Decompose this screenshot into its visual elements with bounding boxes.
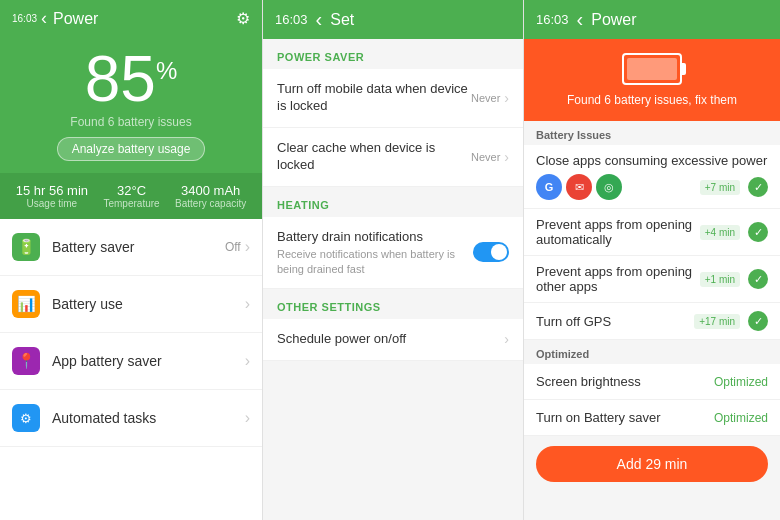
battery-issues-text: Found 6 battery issues [70,115,191,129]
menu-item-app-battery-saver[interactable]: 📍 App battery saver › [0,333,262,390]
power-menu: 🔋 Battery saver Off › 📊 Battery use › 📍 … [0,219,262,520]
chevron-mobile-data: › [504,90,509,106]
chevron-clear-cache: › [504,149,509,165]
time-3: 16:03 [536,12,569,27]
stat-temp: 32°C Temperature [103,183,159,209]
issue-check-2[interactable]: ✓ [748,222,768,242]
app-icon-google: G [536,174,562,200]
panel-battery-issues: 16:03 ‹ Power Found 6 battery issues, fi… [524,0,780,520]
panel3-header: 16:03 ‹ Power [524,0,780,39]
stat-capacity: 3400 mAh Battery capacity [175,183,246,209]
issue-prevent-other-apps[interactable]: Prevent apps from opening other apps +1 … [524,256,780,303]
battery-saver-icon: 🔋 [12,233,40,261]
panel1-title: Power [53,10,98,28]
setting-battery-drain[interactable]: Battery drain notifications Receive noti… [263,217,523,289]
issue-prevent-auto-title: Prevent apps from opening automatically [536,217,700,247]
chevron-icon-4: › [245,409,250,427]
issue-prevent-auto-open[interactable]: Prevent apps from opening automatically … [524,209,780,256]
battery-saver-opt-label: Turn on Battery saver [536,410,661,425]
hero-issues-text: Found 6 battery issues, fix them [567,93,737,107]
battery-stats: 15 hr 56 min Usage time 32°C Temperature… [0,173,262,219]
battery-drain-title: Battery drain notifications [277,229,473,246]
app-icons: G ✉ ◎ [536,174,622,200]
battery-use-icon: 📊 [12,290,40,318]
clear-cache-value: Never [471,151,500,163]
setting-mobile-data[interactable]: Turn off mobile data when device is lock… [263,69,523,128]
issue-close-apps[interactable]: Close apps consuming excessive power G ✉… [524,145,780,209]
setting-clear-cache[interactable]: Clear cache when device is locked Never … [263,128,523,187]
optimized-label: Optimized [524,340,780,364]
analyze-button[interactable]: Analyze battery usage [57,137,206,161]
battery-hero: 85% Found 6 battery issues Analyze batte… [0,37,262,173]
battery-saver-toggle: Off [225,240,241,254]
issue-badge-1: +7 min [700,180,740,195]
panel-power: 16:03 ‹ Power ⚙ 85% Found 6 battery issu… [0,0,262,520]
menu-item-battery-saver[interactable]: 🔋 Battery saver Off › [0,219,262,276]
panel-settings: 16:03 ‹ Set POWER SAVER Turn off mobile … [262,0,524,520]
issue-check-3[interactable]: ✓ [748,269,768,289]
battery-issues-hero: Found 6 battery issues, fix them [524,39,780,121]
battery-outline-icon [622,53,682,85]
issue-turn-off-gps[interactable]: Turn off GPS +17 min ✓ [524,303,780,340]
battery-percent: 85% [85,47,178,111]
issues-content: Battery Issues Close apps consuming exce… [524,121,780,520]
battery-drain-subtitle: Receive notifications when battery is be… [277,247,473,276]
chevron-icon-2: › [245,295,250,313]
panel2-title: Set [330,11,354,29]
panel1-header: 16:03 ‹ Power ⚙ [0,0,262,37]
battery-issues-label: Battery Issues [524,121,780,145]
battery-use-label: Battery use [52,296,245,312]
menu-item-automated-tasks[interactable]: ⚙ Automated tasks › [0,390,262,447]
battery-saver-label: Battery saver [52,239,225,255]
optimized-brightness[interactable]: Screen brightness Optimized [524,364,780,400]
mobile-data-title: Turn off mobile data when device is lock… [277,81,471,115]
battery-drain-toggle[interactable] [473,242,509,262]
app-icon-chrome: ◎ [596,174,622,200]
back-icon-2[interactable]: ‹ [316,8,323,31]
issue-badge-3: +1 min [700,272,740,287]
automated-tasks-label: Automated tasks [52,410,245,426]
issue-badge-2: +4 min [700,225,740,240]
panel2-header: 16:03 ‹ Set [263,0,523,39]
status-bar-1: 16:03 [12,13,37,24]
add-time-button[interactable]: Add 29 min [536,446,768,482]
app-icon-mail: ✉ [566,174,592,200]
automated-tasks-icon: ⚙ [12,404,40,432]
mobile-data-value: Never [471,92,500,104]
chevron-schedule: › [504,331,509,347]
stat-usage: 15 hr 56 min Usage time [16,183,88,209]
back-icon-3[interactable]: ‹ [577,8,584,31]
issue-gps-title: Turn off GPS [536,314,694,329]
clear-cache-title: Clear cache when device is locked [277,140,471,174]
brightness-status: Optimized [714,375,768,389]
menu-item-battery-use[interactable]: 📊 Battery use › [0,276,262,333]
issue-check-1[interactable]: ✓ [748,177,768,197]
issue-check-4[interactable]: ✓ [748,311,768,331]
issue-badge-4: +17 min [694,314,740,329]
chevron-icon-1: › [245,238,250,256]
battery-saver-opt-status: Optimized [714,411,768,425]
gear-icon[interactable]: ⚙ [236,9,250,28]
app-battery-label: App battery saver [52,353,245,369]
panel3-title: Power [591,11,636,29]
brightness-label: Screen brightness [536,374,641,389]
issue-prevent-other-title: Prevent apps from opening other apps [536,264,700,294]
section-power-saver: POWER SAVER [263,39,523,69]
app-battery-icon: 📍 [12,347,40,375]
time-1: 16:03 [12,13,37,24]
settings-content: POWER SAVER Turn off mobile data when de… [263,39,523,520]
section-other: OTHER SETTINGS [263,289,523,319]
back-icon-1[interactable]: ‹ [41,8,47,29]
chevron-icon-3: › [245,352,250,370]
time-2: 16:03 [275,12,308,27]
setting-schedule-power[interactable]: Schedule power on/off › [263,319,523,361]
section-heating: HEATING [263,187,523,217]
schedule-power-title: Schedule power on/off [277,331,504,348]
issue-close-apps-title: Close apps consuming excessive power [536,153,768,168]
optimized-battery-saver[interactable]: Turn on Battery saver Optimized [524,400,780,436]
